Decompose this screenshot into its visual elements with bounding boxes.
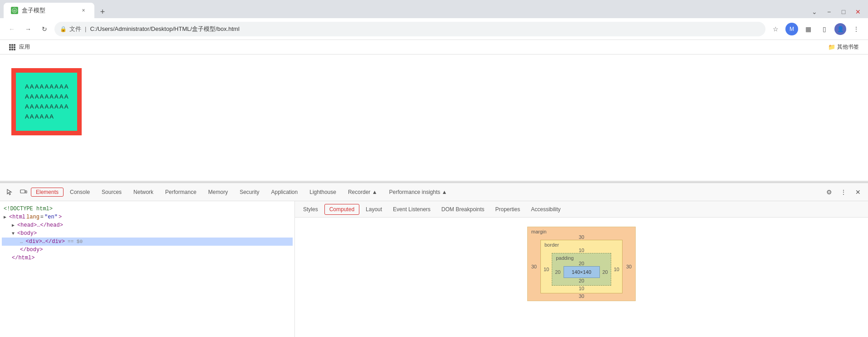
content-box: 140×140 (564, 266, 600, 278)
html-tree-panel: <!DOCTYPE html> ▶ <html lang = "en" > (0, 201, 295, 337)
devtools-header: Elements Console Sources Network Perform… (0, 183, 868, 201)
border-label: border (541, 240, 622, 248)
devtools-tabs: Elements Console Sources Network Perform… (31, 184, 822, 200)
back-button[interactable]: ← (5, 23, 18, 35)
star-icon[interactable]: ☆ (769, 23, 782, 35)
puzzle-icon[interactable]: ▦ (802, 23, 814, 35)
demo-box[interactable]: A A A A A A A A A A A A A A A A A A A A … (11, 68, 82, 135)
right-tab-layout[interactable]: Layout (361, 204, 387, 214)
bookmarks-bar: 应用 📁 其他书签 (0, 40, 868, 55)
right-tab-properties[interactable]: Properties (491, 204, 525, 214)
browser-window: W 盒子模型 × + ⌄ − □ ✕ ← → ↻ 🔒 文件 | C:/Users… (0, 0, 868, 337)
devtools-close-icon[interactable]: ✕ (852, 186, 864, 198)
apps-grid-icon (9, 44, 15, 50)
content-size: 140×140 (572, 269, 591, 275)
split-screen-icon[interactable]: ▯ (818, 23, 831, 35)
line-dots: … (20, 239, 23, 244)
devtools-more-icon[interactable]: ⋮ (837, 186, 850, 198)
demo-box-text: A A A A A A A A A A A A A A A A A A A A … (25, 82, 68, 122)
margin-bottom-value: 30 (528, 293, 636, 301)
dom-marker: == $0 (68, 239, 83, 244)
body-tag: <body> (17, 230, 37, 237)
box-model-diagram: margin 30 30 border 10 (295, 218, 868, 310)
border-right-value: 10 (611, 267, 622, 272)
tab-close-button[interactable]: × (80, 7, 87, 14)
devtools-body: <!DOCTYPE html> ▶ <html lang = "en" > (0, 201, 868, 337)
div-line[interactable]: … <div>…</div> == $0 (2, 238, 293, 246)
body-open-line[interactable]: ▼ <body> (2, 229, 293, 238)
margin-middle-row: 30 border 10 10 (528, 240, 636, 293)
border-box[interactable]: border 10 10 padding 20 (540, 240, 623, 293)
browser-tab[interactable]: W 盒子模型 × (4, 3, 94, 18)
tab-bar-right: ⌄ − □ ✕ (808, 5, 868, 18)
head-line[interactable]: ▶ <head>…</head> (2, 221, 293, 229)
address-protocol: 文件 (69, 25, 81, 33)
margin-top-value: 30 (528, 234, 636, 240)
div-tag: <div>…</div> (26, 238, 65, 245)
apps-button[interactable]: 应用 (5, 42, 34, 52)
minimize-icon[interactable]: − (823, 5, 835, 18)
tab-lighthouse[interactable]: Lighthouse (304, 184, 342, 200)
tab-performance-insights[interactable]: Performance insights ▲ (384, 184, 453, 200)
right-panel-tabs: Styles Computed Layout Event Listeners D… (295, 201, 868, 218)
tab-network[interactable]: Network (128, 184, 159, 200)
tab-bar: W 盒子模型 × + ⌄ − □ ✕ (0, 0, 868, 18)
forward-button[interactable]: → (22, 23, 34, 35)
extensions-icon[interactable]: M (785, 23, 798, 35)
maximize-icon[interactable]: □ (837, 5, 850, 18)
padding-left-value: 20 (552, 269, 563, 275)
cursor-icon (6, 188, 14, 196)
margin-right-value: 30 (623, 264, 635, 269)
other-bookmarks-label: 其他书签 (837, 43, 859, 51)
device-icon (20, 188, 27, 196)
tab-security[interactable]: Security (234, 184, 265, 200)
padding-bottom-value: 20 (552, 278, 611, 285)
padding-top-value: 20 (552, 261, 611, 266)
right-tab-dom-breakpoints[interactable]: DOM Breakpoints (437, 204, 489, 214)
svg-rect-2 (20, 190, 25, 193)
padding-label: padding (552, 253, 611, 261)
device-toolbar-icon[interactable] (17, 186, 30, 198)
tab-sources[interactable]: Sources (96, 184, 127, 200)
new-tab-button[interactable]: + (96, 5, 109, 18)
right-tab-computed[interactable]: Computed (324, 204, 359, 215)
address-separator: | (85, 25, 86, 32)
html-tag-line[interactable]: ▶ <html lang = "en" > (2, 213, 293, 221)
right-tab-event-listeners[interactable]: Event Listeners (388, 204, 435, 214)
tab-performance[interactable]: Performance (160, 184, 202, 200)
right-tab-accessibility[interactable]: Accessibility (526, 204, 565, 214)
padding-box[interactable]: padding 20 20 140×140 (552, 253, 611, 286)
doctype-text: <!DOCTYPE html> (4, 206, 53, 212)
html-close-line[interactable]: </html> (2, 254, 293, 262)
padding-right-value: 20 (600, 269, 611, 275)
head-tag: <head>…</head> (17, 222, 63, 228)
devtools-panel: Elements Console Sources Network Perform… (0, 183, 868, 337)
profile-icon[interactable]: 👤 (834, 23, 846, 35)
address-bar: ← → ↻ 🔒 文件 | C:/Users/Administrator/Desk… (0, 18, 868, 40)
page-content: A A A A A A A A A A A A A A A A A A A A … (0, 55, 868, 337)
tab-recorder[interactable]: Recorder ▲ (343, 184, 383, 200)
border-bottom-value: 10 (541, 286, 622, 293)
menu-icon[interactable]: ⋮ (850, 23, 863, 35)
body-close-line[interactable]: </body> (2, 246, 293, 254)
tab-application[interactable]: Application (266, 184, 304, 200)
margin-box[interactable]: margin 30 30 border 10 (527, 227, 636, 301)
other-bookmarks[interactable]: 📁 其他书签 (824, 42, 863, 52)
close-window-icon[interactable]: ✕ (852, 5, 864, 18)
tab-memory[interactable]: Memory (203, 184, 233, 200)
address-input[interactable]: 🔒 文件 | C:/Users/Administrator/Desktop/HT… (54, 22, 765, 36)
tab-list-icon[interactable]: ⌄ (808, 5, 821, 18)
address-path: C:/Users/Administrator/Desktop/HTML/盒子模型… (90, 25, 239, 33)
right-tab-styles[interactable]: Styles (299, 204, 323, 214)
tab-elements[interactable]: Elements (31, 188, 64, 197)
doctype-line[interactable]: <!DOCTYPE html> (2, 205, 293, 213)
devtools-settings: ⚙ ⋮ ✕ (823, 186, 864, 198)
devtools-settings-icon[interactable]: ⚙ (823, 186, 835, 198)
folder-icon: 📁 (828, 44, 835, 50)
tab-title: 盒子模型 (22, 6, 45, 15)
reload-button[interactable]: ↻ (38, 23, 51, 35)
inspect-element-icon[interactable] (4, 186, 16, 198)
tab-console[interactable]: Console (64, 184, 95, 200)
equals: = (40, 214, 44, 220)
html-close-tag: </html> (12, 255, 34, 261)
